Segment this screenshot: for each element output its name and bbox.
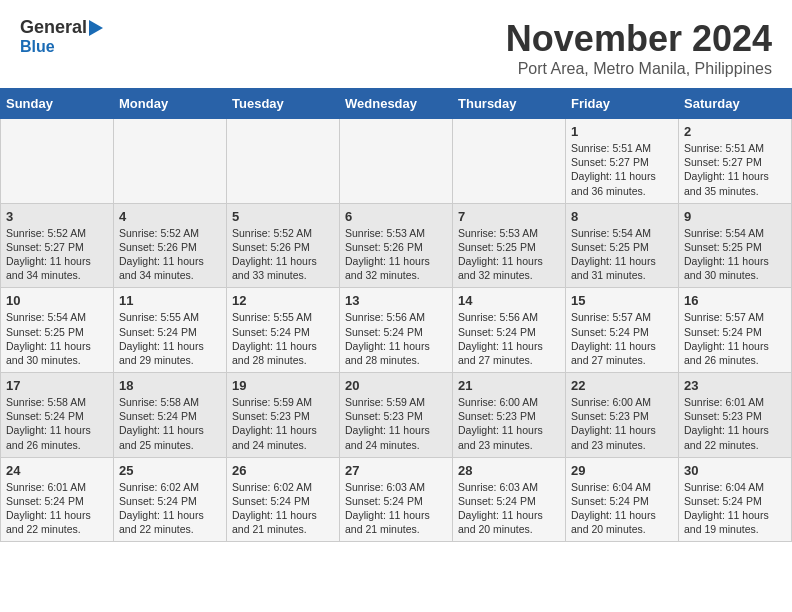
header-saturday: Saturday: [679, 89, 792, 119]
calendar-cell: 29Sunrise: 6:04 AM Sunset: 5:24 PM Dayli…: [566, 457, 679, 542]
calendar-cell: 16Sunrise: 5:57 AM Sunset: 5:24 PM Dayli…: [679, 288, 792, 373]
day-number: 8: [571, 209, 673, 224]
day-number: 17: [6, 378, 108, 393]
header-thursday: Thursday: [453, 89, 566, 119]
calendar-cell: [340, 119, 453, 204]
day-info: Sunrise: 5:54 AM Sunset: 5:25 PM Dayligh…: [6, 310, 108, 367]
calendar-cell: [1, 119, 114, 204]
calendar-header-row: Sunday Monday Tuesday Wednesday Thursday…: [1, 89, 792, 119]
day-number: 5: [232, 209, 334, 224]
day-info: Sunrise: 5:52 AM Sunset: 5:27 PM Dayligh…: [6, 226, 108, 283]
day-number: 24: [6, 463, 108, 478]
day-number: 16: [684, 293, 786, 308]
logo: General Blue: [20, 18, 103, 56]
day-info: Sunrise: 6:03 AM Sunset: 5:24 PM Dayligh…: [458, 480, 560, 537]
title-area: November 2024 Port Area, Metro Manila, P…: [506, 18, 772, 78]
header-sunday: Sunday: [1, 89, 114, 119]
day-info: Sunrise: 5:55 AM Sunset: 5:24 PM Dayligh…: [119, 310, 221, 367]
calendar-week-5: 24Sunrise: 6:01 AM Sunset: 5:24 PM Dayli…: [1, 457, 792, 542]
day-number: 23: [684, 378, 786, 393]
day-number: 2: [684, 124, 786, 139]
day-info: Sunrise: 5:57 AM Sunset: 5:24 PM Dayligh…: [571, 310, 673, 367]
calendar-week-2: 3Sunrise: 5:52 AM Sunset: 5:27 PM Daylig…: [1, 203, 792, 288]
day-info: Sunrise: 6:02 AM Sunset: 5:24 PM Dayligh…: [232, 480, 334, 537]
calendar-cell: 4Sunrise: 5:52 AM Sunset: 5:26 PM Daylig…: [114, 203, 227, 288]
day-info: Sunrise: 6:01 AM Sunset: 5:24 PM Dayligh…: [6, 480, 108, 537]
calendar-cell: 30Sunrise: 6:04 AM Sunset: 5:24 PM Dayli…: [679, 457, 792, 542]
header-wednesday: Wednesday: [340, 89, 453, 119]
calendar-cell: 12Sunrise: 5:55 AM Sunset: 5:24 PM Dayli…: [227, 288, 340, 373]
calendar-cell: 19Sunrise: 5:59 AM Sunset: 5:23 PM Dayli…: [227, 373, 340, 458]
calendar-cell: 10Sunrise: 5:54 AM Sunset: 5:25 PM Dayli…: [1, 288, 114, 373]
calendar-cell: 17Sunrise: 5:58 AM Sunset: 5:24 PM Dayli…: [1, 373, 114, 458]
day-info: Sunrise: 5:53 AM Sunset: 5:25 PM Dayligh…: [458, 226, 560, 283]
day-info: Sunrise: 5:52 AM Sunset: 5:26 PM Dayligh…: [232, 226, 334, 283]
day-number: 11: [119, 293, 221, 308]
logo-blue: Blue: [20, 38, 55, 56]
day-info: Sunrise: 5:56 AM Sunset: 5:24 PM Dayligh…: [345, 310, 447, 367]
header-monday: Monday: [114, 89, 227, 119]
calendar-cell: 18Sunrise: 5:58 AM Sunset: 5:24 PM Dayli…: [114, 373, 227, 458]
calendar-cell: [227, 119, 340, 204]
day-number: 21: [458, 378, 560, 393]
day-number: 15: [571, 293, 673, 308]
calendar-week-3: 10Sunrise: 5:54 AM Sunset: 5:25 PM Dayli…: [1, 288, 792, 373]
page-header: General Blue November 2024 Port Area, Me…: [0, 0, 792, 88]
day-number: 3: [6, 209, 108, 224]
calendar-cell: 15Sunrise: 5:57 AM Sunset: 5:24 PM Dayli…: [566, 288, 679, 373]
day-number: 28: [458, 463, 560, 478]
day-info: Sunrise: 5:59 AM Sunset: 5:23 PM Dayligh…: [345, 395, 447, 452]
day-info: Sunrise: 5:57 AM Sunset: 5:24 PM Dayligh…: [684, 310, 786, 367]
day-info: Sunrise: 6:04 AM Sunset: 5:24 PM Dayligh…: [571, 480, 673, 537]
calendar-cell: 1Sunrise: 5:51 AM Sunset: 5:27 PM Daylig…: [566, 119, 679, 204]
calendar-cell: [114, 119, 227, 204]
day-info: Sunrise: 6:00 AM Sunset: 5:23 PM Dayligh…: [571, 395, 673, 452]
calendar-cell: 21Sunrise: 6:00 AM Sunset: 5:23 PM Dayli…: [453, 373, 566, 458]
day-info: Sunrise: 5:51 AM Sunset: 5:27 PM Dayligh…: [684, 141, 786, 198]
calendar-cell: 24Sunrise: 6:01 AM Sunset: 5:24 PM Dayli…: [1, 457, 114, 542]
day-number: 20: [345, 378, 447, 393]
day-number: 9: [684, 209, 786, 224]
day-info: Sunrise: 6:00 AM Sunset: 5:23 PM Dayligh…: [458, 395, 560, 452]
calendar-cell: 6Sunrise: 5:53 AM Sunset: 5:26 PM Daylig…: [340, 203, 453, 288]
day-number: 25: [119, 463, 221, 478]
day-number: 10: [6, 293, 108, 308]
calendar-cell: 23Sunrise: 6:01 AM Sunset: 5:23 PM Dayli…: [679, 373, 792, 458]
calendar-cell: 25Sunrise: 6:02 AM Sunset: 5:24 PM Dayli…: [114, 457, 227, 542]
header-tuesday: Tuesday: [227, 89, 340, 119]
calendar-cell: 26Sunrise: 6:02 AM Sunset: 5:24 PM Dayli…: [227, 457, 340, 542]
calendar-cell: 14Sunrise: 5:56 AM Sunset: 5:24 PM Dayli…: [453, 288, 566, 373]
calendar-week-4: 17Sunrise: 5:58 AM Sunset: 5:24 PM Dayli…: [1, 373, 792, 458]
page-title: November 2024: [506, 18, 772, 60]
calendar-cell: 8Sunrise: 5:54 AM Sunset: 5:25 PM Daylig…: [566, 203, 679, 288]
day-info: Sunrise: 6:04 AM Sunset: 5:24 PM Dayligh…: [684, 480, 786, 537]
calendar-cell: 5Sunrise: 5:52 AM Sunset: 5:26 PM Daylig…: [227, 203, 340, 288]
day-number: 19: [232, 378, 334, 393]
day-info: Sunrise: 6:02 AM Sunset: 5:24 PM Dayligh…: [119, 480, 221, 537]
day-number: 26: [232, 463, 334, 478]
day-info: Sunrise: 5:51 AM Sunset: 5:27 PM Dayligh…: [571, 141, 673, 198]
day-info: Sunrise: 5:58 AM Sunset: 5:24 PM Dayligh…: [119, 395, 221, 452]
calendar-cell: 28Sunrise: 6:03 AM Sunset: 5:24 PM Dayli…: [453, 457, 566, 542]
day-number: 29: [571, 463, 673, 478]
day-info: Sunrise: 5:54 AM Sunset: 5:25 PM Dayligh…: [684, 226, 786, 283]
calendar-cell: [453, 119, 566, 204]
day-info: Sunrise: 5:53 AM Sunset: 5:26 PM Dayligh…: [345, 226, 447, 283]
day-info: Sunrise: 5:58 AM Sunset: 5:24 PM Dayligh…: [6, 395, 108, 452]
day-info: Sunrise: 5:52 AM Sunset: 5:26 PM Dayligh…: [119, 226, 221, 283]
page-subtitle: Port Area, Metro Manila, Philippines: [506, 60, 772, 78]
day-number: 22: [571, 378, 673, 393]
logo-general: General: [20, 18, 87, 38]
day-info: Sunrise: 6:01 AM Sunset: 5:23 PM Dayligh…: [684, 395, 786, 452]
day-number: 4: [119, 209, 221, 224]
calendar-cell: 11Sunrise: 5:55 AM Sunset: 5:24 PM Dayli…: [114, 288, 227, 373]
day-info: Sunrise: 5:59 AM Sunset: 5:23 PM Dayligh…: [232, 395, 334, 452]
day-number: 7: [458, 209, 560, 224]
calendar-table: Sunday Monday Tuesday Wednesday Thursday…: [0, 88, 792, 542]
header-friday: Friday: [566, 89, 679, 119]
day-number: 13: [345, 293, 447, 308]
calendar-cell: 13Sunrise: 5:56 AM Sunset: 5:24 PM Dayli…: [340, 288, 453, 373]
calendar-cell: 2Sunrise: 5:51 AM Sunset: 5:27 PM Daylig…: [679, 119, 792, 204]
day-info: Sunrise: 5:55 AM Sunset: 5:24 PM Dayligh…: [232, 310, 334, 367]
calendar-cell: 20Sunrise: 5:59 AM Sunset: 5:23 PM Dayli…: [340, 373, 453, 458]
